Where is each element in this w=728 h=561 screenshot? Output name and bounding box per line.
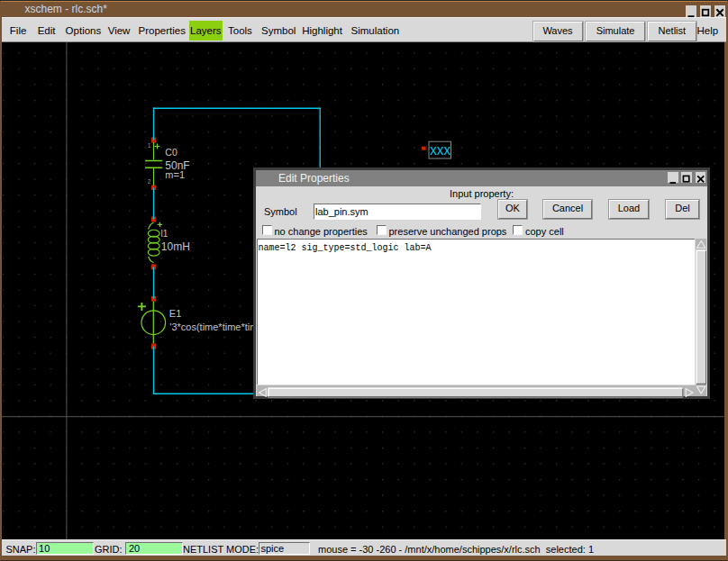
svg-text:C0: C0 [165,147,177,158]
svg-text:xxx: xxx [430,141,450,158]
svg-text:10mH: 10mH [161,240,190,253]
svg-text:E1: E1 [169,308,181,319]
svg-text:l1: l1 [161,229,168,239]
svg-text:m=1: m=1 [165,169,185,180]
svg-text:1: 1 [148,142,151,149]
svg-text:2: 2 [148,178,151,185]
